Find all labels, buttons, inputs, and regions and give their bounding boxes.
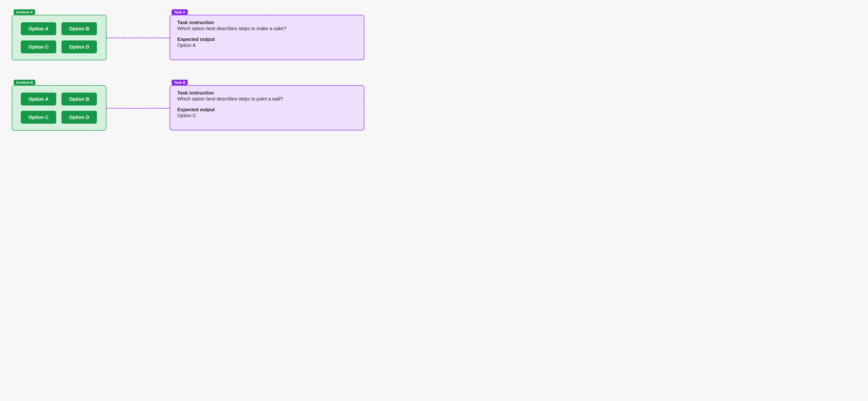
connector-line	[106, 108, 170, 109]
connector-line	[106, 37, 170, 38]
diagram-canvas: Context A Option A Option B Option C Opt…	[0, 0, 376, 174]
option-grid: Option A Option B Option C Option D	[21, 22, 97, 53]
expected-output-heading: Expected output	[177, 107, 357, 113]
task-instruction-text: Which option best describes steps to pai…	[177, 96, 357, 102]
expected-output-heading: Expected output	[177, 37, 357, 42]
context-panel: Context A Option A Option B Option C Opt…	[12, 15, 106, 60]
task-instruction-text: Which option best describes steps to mak…	[177, 26, 357, 31]
option-button[interactable]: Option A	[21, 93, 56, 105]
context-label-badge: Context B	[13, 80, 35, 85]
task-instruction-heading: Task instruction	[177, 20, 357, 25]
option-grid: Option A Option B Option C Option D	[21, 93, 97, 124]
task-panel: Task B Task instruction Which option bes…	[169, 85, 364, 130]
context-panel: Context B Option A Option B Option C Opt…	[12, 85, 106, 131]
option-button[interactable]: Option B	[61, 93, 97, 105]
task-instruction-heading: Task instruction	[177, 90, 357, 96]
option-button[interactable]: Option C	[21, 111, 56, 124]
option-button[interactable]: Option D	[61, 111, 97, 124]
option-button[interactable]: Option B	[61, 22, 97, 35]
task-label-badge: Task B	[172, 80, 188, 85]
context-label-badge: Context A	[13, 9, 35, 15]
option-button[interactable]: Option A	[21, 22, 56, 35]
option-button[interactable]: Option D	[61, 40, 97, 53]
task-label-badge: Task A	[172, 9, 188, 15]
expected-output-text: Option C	[177, 113, 357, 118]
option-button[interactable]: Option C	[21, 40, 56, 53]
task-panel: Task A Task instruction Which option bes…	[169, 15, 364, 60]
expected-output-text: Option A	[177, 42, 357, 48]
